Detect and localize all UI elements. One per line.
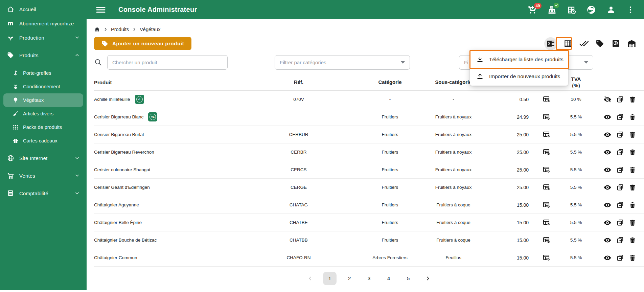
- delete-icon[interactable]: [628, 148, 637, 156]
- menu-item-import-products[interactable]: Importer de nouveaux produits: [470, 68, 568, 85]
- support-face-icon[interactable]: [586, 5, 596, 15]
- pending-orders-table-icon[interactable]: [567, 5, 576, 15]
- breadcrumb-home-icon[interactable]: [94, 26, 100, 32]
- excel-export-icon[interactable]: [544, 37, 557, 50]
- duplicate-icon[interactable]: [616, 95, 624, 104]
- price-table-icon[interactable]: [543, 201, 551, 209]
- duplicate-icon[interactable]: [616, 201, 624, 209]
- duplicate-icon[interactable]: [616, 113, 624, 121]
- add-shopping-cart-icon[interactable]: 49: [528, 5, 537, 15]
- page-button-5[interactable]: 5: [401, 272, 415, 285]
- website-catalog-icon[interactable]: [611, 39, 621, 49]
- menu-item-download-product-list[interactable]: Télécharger la liste des produits: [470, 51, 568, 68]
- category-filter-select[interactable]: Filtrer par catégories: [275, 55, 410, 70]
- tag-icon: [7, 51, 14, 59]
- price-table-icon[interactable]: [543, 183, 551, 192]
- cash-register-icon[interactable]: [547, 5, 557, 15]
- tva-cell: 10 %: [564, 97, 588, 102]
- price-table-icon[interactable]: [543, 166, 551, 174]
- page-button-2[interactable]: 2: [343, 272, 356, 285]
- table-row[interactable]: Châtaignier Commun CHAFO-RN Arbres Fores…: [94, 249, 644, 267]
- visibility-icon[interactable]: [603, 254, 612, 262]
- duplicate-icon[interactable]: [616, 131, 624, 139]
- duplicate-icon[interactable]: [616, 219, 624, 227]
- breadcrumb-produits[interactable]: Produits: [111, 27, 129, 32]
- delete-icon[interactable]: [628, 131, 637, 139]
- price-table-icon[interactable]: [543, 113, 551, 121]
- sidebar-item-ventes[interactable]: Ventes: [0, 169, 87, 183]
- table-row[interactable]: Cerisier Bigarreau Blanc VL Fruitiers Fr…: [94, 108, 644, 126]
- done-all-icon[interactable]: [579, 39, 589, 49]
- sidebar-item-articles-divers[interactable]: Articles divers: [0, 107, 87, 120]
- price-table-icon[interactable]: [543, 95, 551, 104]
- sidebar-item-vegetaux[interactable]: Végétaux: [3, 93, 83, 107]
- delete-icon[interactable]: [628, 95, 637, 104]
- table-row[interactable]: Cerisier Géant d'Edelfingen CERGE Fruiti…: [94, 179, 644, 196]
- rootstock-icon: [12, 70, 19, 76]
- visibility-off-icon[interactable]: [603, 95, 612, 104]
- cart-icon: [7, 172, 14, 179]
- next-page-button[interactable]: [421, 272, 435, 285]
- delete-icon[interactable]: [628, 113, 637, 121]
- page-button-1[interactable]: 1: [323, 272, 337, 285]
- more-vert-icon[interactable]: [626, 5, 635, 15]
- sidebar-item-site-internet[interactable]: Site Internet: [0, 151, 87, 165]
- ref-cell: CHATAG: [243, 202, 354, 207]
- visibility-icon[interactable]: [603, 219, 612, 227]
- sidebar-item-conditionnement[interactable]: Conditionnement: [0, 80, 87, 93]
- sidebar-item-accueil[interactable]: Accueil: [0, 2, 87, 16]
- previous-page-button[interactable]: [303, 272, 317, 285]
- duplicate-icon[interactable]: [616, 148, 624, 156]
- chevron-down-icon: [74, 35, 80, 40]
- sidebar-item-abonnement-mycorhize[interactable]: m Abonnement mycorhize: [0, 16, 87, 30]
- delete-icon[interactable]: [628, 254, 637, 262]
- delete-icon[interactable]: [628, 219, 637, 227]
- delete-icon[interactable]: [628, 166, 637, 174]
- duplicate-icon[interactable]: [616, 183, 624, 192]
- price-table-icon[interactable]: [543, 219, 551, 227]
- table-row[interactable]: Achillé millefeuille VL 070V - - 0.50 10…: [94, 91, 644, 108]
- table-row[interactable]: Châtaignier Belle Épine CHATBE Fruitiers…: [94, 214, 644, 231]
- visibility-icon[interactable]: [603, 131, 612, 139]
- duplicate-icon[interactable]: [616, 166, 624, 174]
- price-table-icon[interactable]: [543, 236, 551, 244]
- table-row[interactable]: Châtaignier Bouche de Bétizac CHATBB Fru…: [94, 231, 644, 249]
- sidebar-item-produits[interactable]: Produits: [0, 48, 87, 62]
- visibility-icon[interactable]: [603, 166, 612, 174]
- table-row[interactable]: Châtaignier Aguyanne CHATAG Fruitiers Fr…: [94, 196, 644, 214]
- warehouse-icon[interactable]: [626, 39, 637, 49]
- visibility-icon[interactable]: [603, 201, 612, 209]
- duplicate-icon[interactable]: [616, 236, 624, 244]
- table-row[interactable]: Cerisier Bigarreau Reverchon CERBR Fruit…: [94, 143, 644, 161]
- product-thumbnail: VL: [148, 112, 157, 121]
- delete-icon[interactable]: [628, 236, 637, 244]
- table-view-icon[interactable]: [563, 39, 573, 49]
- mycorhize-logo: m: [7, 20, 14, 27]
- delete-icon[interactable]: [628, 201, 637, 209]
- table-row[interactable]: Cerisier Bigarreau Burlat CERBUR Fruitie…: [94, 126, 644, 143]
- visibility-icon[interactable]: [603, 113, 612, 121]
- page-button-4[interactable]: 4: [382, 272, 395, 285]
- sidebar-item-cartes-cadeaux[interactable]: Cartes cadeaux: [0, 134, 87, 148]
- table-row[interactable]: Cerisier colonnaire Shangai CERCS Fruiti…: [94, 161, 644, 179]
- sidebar-item-porte-greffes[interactable]: Porte-greffes: [0, 66, 87, 80]
- breadcrumb-vegetaux[interactable]: Végétaux: [140, 27, 160, 32]
- sidebar-item-comptabilite[interactable]: Comptabilité: [0, 186, 87, 200]
- price-table-icon[interactable]: [543, 131, 551, 139]
- page-button-3[interactable]: 3: [362, 272, 376, 285]
- sidebar-item-packs-de-produits[interactable]: Packs de produits: [0, 120, 87, 134]
- price-table-icon[interactable]: [543, 254, 551, 262]
- delete-icon[interactable]: [628, 183, 637, 192]
- visibility-icon[interactable]: [603, 236, 612, 244]
- sell-tag-icon[interactable]: [595, 39, 605, 49]
- visibility-icon[interactable]: [603, 148, 612, 156]
- person-icon[interactable]: [606, 5, 616, 15]
- search-input[interactable]: [107, 55, 228, 70]
- duplicate-icon[interactable]: [616, 254, 624, 262]
- hamburger-menu-icon[interactable]: [96, 6, 106, 14]
- chevron-down-icon: [74, 155, 80, 161]
- add-product-button[interactable]: Ajouter un nouveau produit: [94, 37, 191, 50]
- sidebar-item-production[interactable]: Production: [0, 30, 87, 45]
- visibility-icon[interactable]: [603, 183, 612, 192]
- price-table-icon[interactable]: [543, 148, 551, 156]
